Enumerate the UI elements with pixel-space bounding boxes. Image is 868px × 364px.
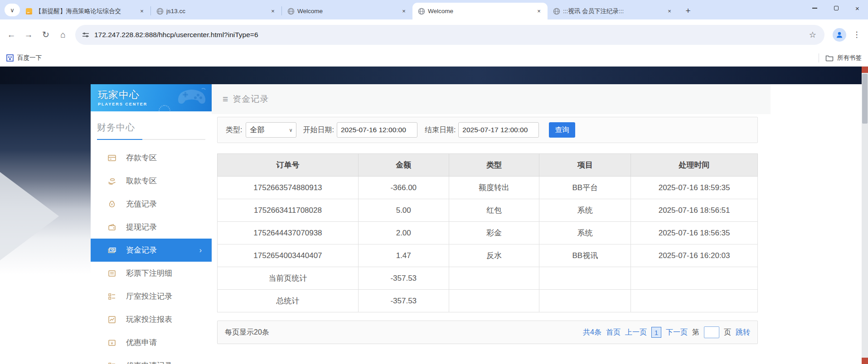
bookmarks-divider [819, 53, 819, 62]
sidebar-item-deposit-zone[interactable]: 存款专区 [91, 146, 212, 169]
close-icon[interactable]: × [138, 7, 146, 15]
home-button[interactable]: ⌂ [54, 26, 72, 43]
webpage: 玩家中心 PLAYERS CENTER 财务中心 存款专区 取款专区 [0, 67, 868, 364]
jump-page-input[interactable] [704, 326, 719, 338]
reload-icon: ↻ [42, 29, 49, 40]
end-date-input[interactable] [458, 122, 539, 138]
cell-process-time: 2025-07-16 18:59:35 [631, 177, 758, 199]
all-bookmarks-button[interactable]: 所有书签 [825, 54, 862, 62]
baidu-favicon-icon [6, 54, 14, 62]
tab-video-records[interactable]: :::视讯 会员下注纪录::: × [548, 3, 678, 19]
background-right [771, 67, 868, 364]
jump-link[interactable]: 跳转 [736, 328, 750, 337]
grid-list-icon [107, 361, 116, 364]
sidebar-item-recharge-record[interactable]: ¥ 充值记录 [91, 192, 212, 216]
cell-amount: -357.53 [358, 267, 449, 290]
bookmark-baidu[interactable]: 百度一下 [6, 54, 42, 62]
tab-search-button[interactable]: ∨ [5, 4, 20, 16]
first-page-link[interactable]: 首页 [606, 328, 621, 337]
browser-menu-button[interactable]: ⋮ [850, 30, 863, 39]
current-page-badge[interactable]: 1 [651, 327, 661, 338]
cell-summary-label: 总统计 [218, 290, 359, 312]
pagination-controls: 共4条 首页 上一页 1 下一页 第 页 跳转 [583, 326, 750, 338]
tab-js13[interactable]: js13.cc × [151, 3, 281, 19]
type-select[interactable]: 全部 ∨ [246, 122, 296, 138]
page-title: 资金记录 [233, 93, 269, 105]
sidebar-item-withdraw-zone[interactable]: 取款专区 [91, 169, 212, 192]
table-row-total-summary: 总统计 -357.53 [218, 290, 758, 312]
tab-welcome-1[interactable]: Welcome × [282, 3, 412, 19]
cell-type: 额度转出 [449, 177, 539, 199]
filter-bar: 类型: 全部 ∨ 开始日期: 结束日期: 查询 [217, 117, 758, 143]
cell-type: 反水 [449, 244, 539, 267]
section-underline [97, 139, 205, 140]
globe-icon [418, 8, 425, 15]
all-bookmarks-label: 所有书签 [837, 54, 862, 62]
next-page-link[interactable]: 下一页 [666, 328, 688, 337]
reload-button[interactable]: ↻ [37, 26, 54, 43]
jump-suffix-label: 页 [724, 328, 731, 337]
page-size-label: 每页显示20条 [225, 328, 269, 337]
prev-page-link[interactable]: 上一页 [625, 328, 647, 337]
cell-process-time: 2025-07-16 18:56:51 [631, 199, 758, 222]
sidebar-item-lottery-bet-detail[interactable]: 彩票下注明细 [91, 262, 212, 285]
cell-type: 红包 [449, 199, 539, 222]
close-icon[interactable]: × [269, 7, 277, 15]
close-icon[interactable]: × [535, 7, 543, 15]
scrollbar-thumb[interactable] [862, 74, 868, 124]
tab-title: js13.cc [166, 8, 266, 14]
table-header-row: 订单号 金额 类型 项目 处理时间 [218, 154, 758, 177]
sidebar-item-withdrawal-record[interactable]: 提现记录 [91, 216, 212, 239]
scroll-down-button[interactable] [862, 358, 868, 364]
back-button[interactable]: ← [3, 26, 20, 43]
moneybag-icon: ¥ [107, 200, 116, 209]
type-label: 类型: [226, 125, 242, 135]
cell-project: BB视讯 [539, 244, 631, 267]
profile-avatar[interactable] [833, 28, 846, 42]
minimize-button[interactable] [804, 0, 825, 16]
sidebar-item-label: 优惠申请 [126, 337, 157, 348]
cell-empty [449, 267, 539, 290]
url-text[interactable]: 172.247.228.82:888/hhcp/usercenter.html?… [94, 31, 807, 39]
sidebar-item-promo-apply-record[interactable]: 优惠申请记录 [91, 354, 212, 364]
cell-amount: 1.47 [358, 244, 449, 267]
chat-bubble-icon [25, 8, 33, 15]
list-detail-icon [107, 269, 116, 278]
start-date-input[interactable] [337, 122, 417, 138]
sidebar-item-label: 资金记录 [126, 245, 157, 255]
cell-order-id: 1752663574880913 [218, 177, 359, 199]
close-window-button[interactable]: × [847, 0, 868, 16]
deposit-card-icon [107, 153, 116, 163]
sidebar-item-hall-bet-record[interactable]: 厅室投注记录 [91, 285, 212, 308]
query-button[interactable]: 查询 [549, 122, 575, 138]
bookmark-star-icon[interactable]: ☆ [807, 30, 818, 40]
new-tab-button[interactable]: + [682, 5, 694, 17]
sidebar-item-promo-apply[interactable]: ¥ 优惠申请 [91, 331, 212, 354]
close-icon[interactable]: × [400, 7, 408, 15]
page-scrollbar[interactable] [862, 67, 868, 364]
table-row: 1752663574880913 -366.00 额度转出 BB平台 2025-… [218, 177, 758, 199]
cell-amount: 5.00 [358, 199, 449, 222]
content-body: 类型: 全部 ∨ 开始日期: 结束日期: 查询 订单号 金额 类型 [212, 114, 771, 344]
cell-order-id: 1752644437070938 [218, 222, 359, 244]
folder-icon [825, 54, 834, 62]
person-icon [835, 31, 844, 39]
tab-title: Welcome [428, 8, 532, 14]
maximize-button[interactable] [825, 0, 847, 16]
scroll-up-button[interactable] [862, 67, 868, 73]
site-settings-icon[interactable] [82, 31, 90, 39]
sidebar-item-player-bet-report[interactable]: 玩家投注报表 [91, 308, 212, 331]
sidebar-item-funds-record[interactable]: 资金记录 › [91, 239, 212, 262]
address-bar[interactable]: 172.247.228.82:888/hhcp/usercenter.html?… [75, 25, 824, 45]
forward-button[interactable]: → [20, 26, 37, 43]
globe-icon [287, 8, 295, 15]
cell-empty [449, 290, 539, 312]
close-icon[interactable]: × [665, 7, 674, 15]
tab-welcome-active[interactable]: Welcome × [412, 3, 548, 19]
hamburger-icon[interactable]: ≡ [223, 94, 228, 105]
banknotes-icon [107, 246, 116, 255]
bookmark-label: 百度一下 [17, 54, 42, 62]
tab-forum[interactable]: 【新提醒】海燕策略论坛综合交 × [20, 3, 150, 19]
cell-amount: 2.00 [358, 222, 449, 244]
cell-order-id: 1752654003440407 [218, 244, 359, 267]
